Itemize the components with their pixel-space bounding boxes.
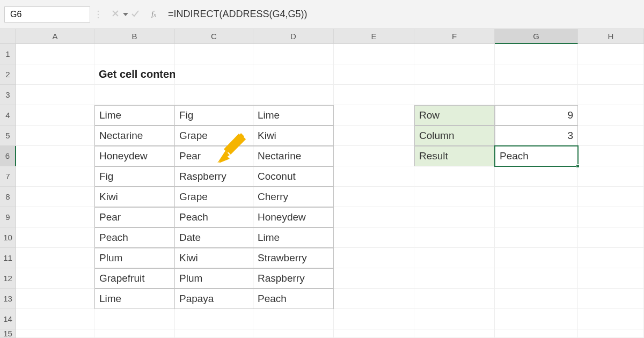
cell-C4[interactable]: Fig xyxy=(175,105,253,126)
cancel-icon[interactable] xyxy=(112,9,119,20)
cell-H5[interactable] xyxy=(578,126,644,146)
cell-C6[interactable]: Pear xyxy=(175,146,253,166)
fill-handle[interactable] xyxy=(576,164,580,168)
cell-F15[interactable] xyxy=(414,329,495,338)
cell-E2[interactable] xyxy=(334,64,414,85)
cell-B3[interactable] xyxy=(94,85,175,105)
cell-C3[interactable] xyxy=(175,85,253,105)
row-head-4[interactable]: 4 xyxy=(0,105,16,126)
cell-A5[interactable] xyxy=(16,126,94,146)
cell-B4[interactable]: Lime xyxy=(94,105,175,126)
cell-F6-resultlabel[interactable]: Result xyxy=(414,146,495,166)
cell-D6[interactable]: Nectarine xyxy=(253,146,334,166)
col-head-D[interactable]: D xyxy=(253,29,334,44)
cell-H8[interactable] xyxy=(578,187,644,207)
row-head-7[interactable]: 7 xyxy=(0,166,16,187)
cell-A15[interactable] xyxy=(16,329,94,338)
cell-G3[interactable] xyxy=(495,85,578,105)
cell-B13[interactable]: Lime xyxy=(94,289,175,309)
cell-H13[interactable] xyxy=(578,289,644,309)
cell-A13[interactable] xyxy=(16,289,94,309)
cell-G15[interactable] xyxy=(495,329,578,338)
cell-D11[interactable]: Strawberry xyxy=(253,248,334,268)
cell-G9[interactable] xyxy=(495,207,578,227)
cell-G14[interactable] xyxy=(495,309,578,329)
cell-D12[interactable]: Raspberry xyxy=(253,268,334,289)
cell-A10[interactable] xyxy=(16,227,94,248)
cell-C9[interactable]: Peach xyxy=(175,207,253,227)
cell-F13[interactable] xyxy=(414,289,495,309)
cell-E3[interactable] xyxy=(334,85,414,105)
cell-H3[interactable] xyxy=(578,85,644,105)
cell-E10[interactable] xyxy=(334,227,414,248)
cell-E14[interactable] xyxy=(334,309,414,329)
cell-D4[interactable]: Lime xyxy=(253,105,334,126)
cell-A1[interactable] xyxy=(16,44,94,64)
title-cell[interactable]: Get cell content at given row and column xyxy=(94,64,175,85)
row-head-5[interactable]: 5 xyxy=(0,126,16,146)
cell-H7[interactable] xyxy=(578,166,644,187)
cell-F1[interactable] xyxy=(414,44,495,64)
cell-D10[interactable]: Lime xyxy=(253,227,334,248)
cell-H1[interactable] xyxy=(578,44,644,64)
cell-G7[interactable] xyxy=(495,166,578,187)
cell-E5[interactable] xyxy=(334,126,414,146)
cell-G1[interactable] xyxy=(495,44,578,64)
cell-G8[interactable] xyxy=(495,187,578,207)
cell-D8[interactable]: Cherry xyxy=(253,187,334,207)
cell-G10[interactable] xyxy=(495,227,578,248)
row-head-11[interactable]: 11 xyxy=(0,248,16,268)
cell-E11[interactable] xyxy=(334,248,414,268)
formula-input[interactable] xyxy=(162,9,644,20)
cell-D7[interactable]: Coconut xyxy=(253,166,334,187)
cell-D14[interactable] xyxy=(253,309,334,329)
cell-F8[interactable] xyxy=(414,187,495,207)
cell-A11[interactable] xyxy=(16,248,94,268)
cell-B5[interactable]: Nectarine xyxy=(94,126,175,146)
row-head-10[interactable]: 10 xyxy=(0,227,16,248)
cell-E7[interactable] xyxy=(334,166,414,187)
cell-D5[interactable]: Kiwi xyxy=(253,126,334,146)
cell-D1[interactable] xyxy=(253,44,334,64)
row-head-9[interactable]: 9 xyxy=(0,207,16,227)
cell-F10[interactable] xyxy=(414,227,495,248)
cell-B15[interactable] xyxy=(94,329,175,338)
cell-F14[interactable] xyxy=(414,309,495,329)
row-head-1[interactable]: 1 xyxy=(0,44,16,64)
cell-B7[interactable]: Fig xyxy=(94,166,175,187)
cell-F3[interactable] xyxy=(414,85,495,105)
cell-H10[interactable] xyxy=(578,227,644,248)
fx-icon[interactable]: fx xyxy=(151,10,156,19)
col-head-C[interactable]: C xyxy=(175,29,253,44)
cell-C14[interactable] xyxy=(175,309,253,329)
cell-F4-rowlabel[interactable]: Row xyxy=(414,105,495,126)
cell-B8[interactable]: Kiwi xyxy=(94,187,175,207)
cell-G6-resultvalue[interactable]: Peach xyxy=(495,146,578,166)
row-head-15[interactable]: 15 xyxy=(0,329,16,338)
cell-F11[interactable] xyxy=(414,248,495,268)
row-head-8[interactable]: 8 xyxy=(0,187,16,207)
col-head-A[interactable]: A xyxy=(16,29,94,44)
cell-C5[interactable]: Grape xyxy=(175,126,253,146)
row-head-2[interactable]: 2 xyxy=(0,64,16,85)
cell-B10[interactable]: Peach xyxy=(94,227,175,248)
enter-icon[interactable] xyxy=(131,9,140,20)
row-head-14[interactable]: 14 xyxy=(0,309,16,329)
cell-G4-rowvalue[interactable]: 9 xyxy=(495,105,578,126)
cell-B12[interactable]: Grapefruit xyxy=(94,268,175,289)
cell-G12[interactable] xyxy=(495,268,578,289)
cell-C13[interactable]: Papaya xyxy=(175,289,253,309)
row-head-6[interactable]: 6 xyxy=(0,146,16,166)
cell-E6[interactable] xyxy=(334,146,414,166)
cell-H11[interactable] xyxy=(578,248,644,268)
cell-B11[interactable]: Plum xyxy=(94,248,175,268)
cell-D3[interactable] xyxy=(253,85,334,105)
cell-D15[interactable] xyxy=(253,329,334,338)
cell-C12[interactable]: Plum xyxy=(175,268,253,289)
cell-E12[interactable] xyxy=(334,268,414,289)
cell-A3[interactable] xyxy=(16,85,94,105)
col-head-B[interactable]: B xyxy=(94,29,175,44)
col-head-E[interactable]: E xyxy=(334,29,414,44)
cell-E9[interactable] xyxy=(334,207,414,227)
col-head-G[interactable]: G xyxy=(495,29,578,44)
